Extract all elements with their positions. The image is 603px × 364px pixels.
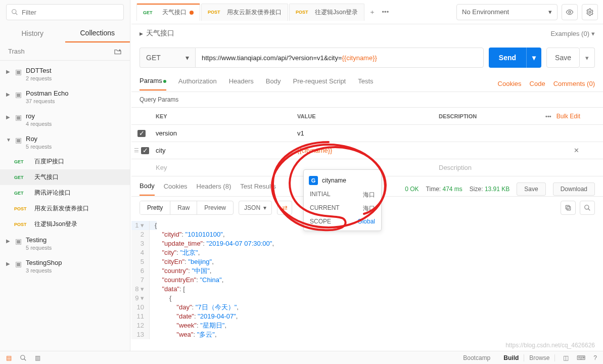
- method-badge: POST: [14, 206, 30, 211]
- param-desc-placeholder[interactable]: Description: [435, 161, 566, 174]
- send-button[interactable]: Send ▾: [489, 48, 541, 68]
- tab-logic-json-login[interactable]: POST 往逻辑Json登录: [289, 4, 364, 21]
- query-params-table: KEY VALUE DESCRIPTION •••Bulk Edit ✓ ver…: [131, 107, 603, 176]
- response-body-tab[interactable]: Body: [140, 182, 155, 196]
- request-item-baidu-ip[interactable]: GET百度IP接口: [0, 154, 130, 169]
- chevron-down-icon: ▼: [6, 135, 11, 143]
- method-badge: GET: [14, 159, 30, 164]
- chevron-right-icon: ▶: [6, 259, 11, 266]
- param-value[interactable]: {{cityname}}: [293, 144, 435, 157]
- save-button[interactable]: Save: [546, 48, 580, 68]
- param-key-placeholder[interactable]: Key: [152, 161, 293, 174]
- svg-point-11: [21, 355, 25, 359]
- svg-line-12: [24, 358, 26, 360]
- checkbox-checked[interactable]: ✓: [141, 147, 149, 154]
- request-item-tencent-comment[interactable]: GET腾讯评论接口: [0, 185, 130, 201]
- request-name: 天气接口: [34, 173, 59, 181]
- folder-ddttest[interactable]: ▶ ▣ DDTTest2 requests: [0, 63, 130, 85]
- format-select[interactable]: JSON▾: [239, 201, 272, 215]
- param-value[interactable]: v1: [293, 126, 435, 140]
- browse-mode[interactable]: Browse: [524, 354, 555, 361]
- scope-label: SCOPE: [310, 218, 331, 225]
- method-badge: GET: [14, 191, 30, 196]
- request-item-tianqi[interactable]: GET天气接口: [0, 169, 130, 185]
- folder-icon: ▣: [15, 89, 22, 99]
- download-response-button[interactable]: Download: [553, 183, 595, 196]
- new-tab-button[interactable]: ＋: [365, 6, 379, 19]
- search-response-button[interactable]: [580, 201, 595, 215]
- trash-link[interactable]: Trash: [8, 48, 25, 55]
- tab-overflow-button[interactable]: •••: [379, 6, 392, 19]
- http-method-select[interactable]: GET ▾: [140, 48, 195, 68]
- examples-label: Examples (0): [550, 30, 589, 37]
- method-badge: GET: [143, 10, 159, 15]
- folder-count: 5 requests: [26, 144, 52, 150]
- code-link[interactable]: Code: [530, 80, 545, 87]
- authorization-tab[interactable]: Authorization: [178, 77, 217, 90]
- cookies-link[interactable]: Cookies: [498, 80, 522, 87]
- initial-value: 海口: [363, 191, 375, 199]
- find-icon[interactable]: [20, 354, 27, 361]
- pretty-view[interactable]: Pretty: [140, 201, 170, 214]
- sidebar-toggle-icon[interactable]: ▤: [6, 354, 12, 361]
- headers-tab[interactable]: Headers: [229, 77, 254, 90]
- wrap-lines-button[interactable]: ⇄: [277, 201, 292, 215]
- drag-handle-icon[interactable]: ☰: [134, 147, 139, 154]
- tests-tab[interactable]: Tests: [358, 77, 373, 90]
- bulk-edit-link[interactable]: Bulk Edit: [556, 113, 580, 120]
- env-quicklook-button[interactable]: [562, 4, 578, 20]
- response-cookies-tab[interactable]: Cookies: [164, 183, 188, 195]
- params-tab[interactable]: Params: [140, 77, 166, 90]
- tab-yonyou-bond[interactable]: POST 用友云新发债券接口: [201, 4, 288, 21]
- build-mode[interactable]: Build: [498, 354, 524, 361]
- collections-tab[interactable]: Collections: [65, 24, 130, 42]
- folder-testingshop[interactable]: ▶ ▣ TestingShop3 requests: [0, 255, 130, 278]
- help-icon[interactable]: ?: [593, 354, 597, 361]
- method-badge: POST: [296, 10, 312, 15]
- request-item-logic-json-login[interactable]: POST往逻辑Json登录: [0, 216, 130, 232]
- environment-select[interactable]: No Environment ▾: [456, 4, 558, 20]
- two-pane-icon[interactable]: ◫: [563, 354, 569, 361]
- folder-count: 37 requests: [26, 98, 69, 104]
- request-title: 天气接口: [146, 29, 174, 38]
- folder-testing[interactable]: ▶ ▣ Testing5 requests: [0, 232, 130, 255]
- response-tests-tab[interactable]: Test Results: [240, 183, 276, 195]
- param-row-version: ✓ version v1: [131, 125, 603, 142]
- param-key[interactable]: version: [152, 126, 293, 140]
- save-options-caret[interactable]: ▾: [580, 48, 595, 68]
- tab-tianqi[interactable]: GET 天气接口: [136, 4, 200, 21]
- history-tab[interactable]: History: [0, 24, 65, 42]
- url-text: https://www.tianqiapi.com/api/?version=v…: [202, 54, 342, 62]
- chevron-right-icon: ▶: [6, 67, 11, 74]
- console-icon[interactable]: ▥: [35, 354, 40, 361]
- folder-postman-echo[interactable]: ▶ ▣ Postman Echo37 requests: [0, 85, 130, 108]
- new-collection-icon[interactable]: [114, 48, 122, 55]
- request-item-yonyou-bond[interactable]: POST用友云新发债券接口: [0, 201, 130, 216]
- collections-tree: ▶ ▣ DDTTest2 requests ▶ ▣ Postman Echo37…: [0, 61, 130, 351]
- url-input[interactable]: https://www.tianqiapi.com/api/?version=v…: [195, 48, 484, 68]
- copy-response-button[interactable]: [561, 201, 576, 215]
- initial-label: INITIAL: [310, 191, 331, 199]
- param-key[interactable]: city: [152, 144, 293, 157]
- raw-view[interactable]: Raw: [170, 201, 197, 214]
- svg-point-5: [589, 11, 591, 13]
- settings-button[interactable]: [582, 4, 598, 20]
- response-headers-tab[interactable]: Headers (8): [197, 183, 231, 195]
- prerequest-tab[interactable]: Pre-request Script: [293, 77, 346, 90]
- bootcamp-link[interactable]: Bootcamp: [463, 354, 490, 361]
- send-options-caret[interactable]: ▾: [526, 48, 541, 68]
- checkbox-checked[interactable]: ✓: [137, 130, 146, 137]
- columns-more-icon[interactable]: •••: [545, 113, 551, 119]
- examples-dropdown[interactable]: Examples (0) ▾: [550, 30, 595, 37]
- comments-link[interactable]: Comments (0): [553, 80, 595, 87]
- preview-view[interactable]: Preview: [197, 201, 233, 214]
- folder-roy-lower[interactable]: ▶ ▣ roy4 requests: [0, 108, 130, 131]
- folder-roy[interactable]: ▼ ▣ Roy5 requests: [0, 131, 130, 154]
- filter-input[interactable]: [6, 4, 124, 20]
- folder-name: roy: [26, 112, 52, 120]
- save-response-button[interactable]: Save: [517, 183, 545, 196]
- keyboard-shortcuts-icon[interactable]: ⌨: [577, 354, 585, 361]
- response-body[interactable]: 1 ▾{ 2 "cityid": "101010100", 3 "update_…: [131, 219, 603, 351]
- body-tab[interactable]: Body: [266, 77, 281, 90]
- delete-row-button[interactable]: ✕: [566, 144, 586, 157]
